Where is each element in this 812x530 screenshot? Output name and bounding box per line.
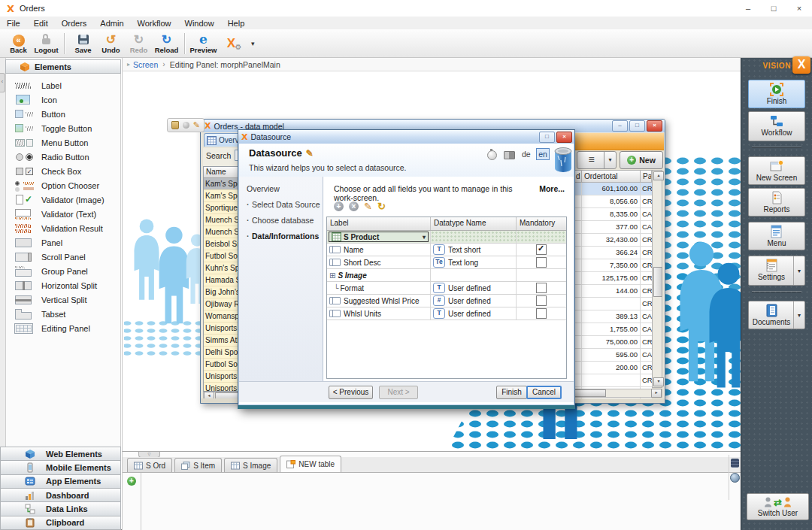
scroll-right-icon[interactable]: ▸ (651, 389, 662, 398)
column-header-label[interactable]: Label (327, 217, 431, 230)
new-record-button[interactable]: + New (620, 151, 663, 169)
list-menu-dropdown-arrow[interactable]: ▾ (604, 151, 617, 169)
field-row-suggested-whlsl-price[interactable]: Suggested Whlsl Price#User defined (327, 295, 566, 307)
palette-item-tabset[interactable]: Tabset (6, 307, 120, 321)
dropdown-arrow-icon[interactable]: ▾ (793, 256, 804, 285)
palette-item-horizontal-split[interactable]: Horizontal Split (6, 278, 120, 292)
column-header-ordertotal[interactable]: Ordertotal (582, 170, 641, 183)
table-select-dropdown[interactable]: S Product▾ (329, 232, 429, 242)
visionx-menu-button[interactable]: X⚙ (217, 37, 245, 50)
pencil-icon[interactable]: ✎ (193, 121, 200, 129)
palette-item-validator-text[interactable]: Validator (Text) (6, 207, 120, 221)
table-row[interactable]: 8,056.60CRE (573, 195, 652, 208)
table-row[interactable]: 125,175.00CRE (573, 272, 652, 285)
wizard-step-data-informations[interactable]: Data/Informations (239, 225, 323, 241)
table-row[interactable]: 75,000.00CRE (573, 336, 652, 349)
language-en-button[interactable]: en (536, 148, 550, 160)
mandatory-checkbox[interactable] (536, 308, 547, 319)
palette-item-validation-result[interactable]: Validation Result (6, 221, 120, 235)
database-stack-icon[interactable] (731, 459, 739, 468)
accordion-clipboard[interactable]: Clipboard (0, 516, 121, 530)
cancel-button[interactable]: Cancel (526, 386, 562, 399)
window-close-button[interactable]: × (647, 120, 662, 132)
menu-button[interactable]: Menu (748, 222, 805, 250)
palette-item-group-panel[interactable]: Group Panel (6, 264, 120, 278)
mandatory-checkbox[interactable] (536, 257, 547, 268)
table-row[interactable]: 389.13CAS (573, 310, 652, 323)
column-header-datatype[interactable]: Datatype Name (431, 217, 517, 230)
stopwatch-icon[interactable] (487, 150, 497, 160)
field-row-whlsl-units[interactable]: Whlsl UnitsTUser defined (327, 307, 566, 320)
accordion-data-links[interactable]: Data Links (0, 502, 121, 516)
palette-item-scroll-panel[interactable]: Scroll Panel (6, 250, 120, 264)
add-table-button[interactable]: + (127, 477, 136, 486)
accordion-dashboard[interactable]: Dashboard (0, 489, 121, 502)
table-row[interactable]: 366.24CRE (573, 247, 652, 259)
field-row-format[interactable]: └FormatTUser defined (327, 282, 566, 295)
table-row[interactable]: 7,350.00CRE (573, 259, 652, 272)
wizard-step-choose-database[interactable]: Choose database (239, 209, 323, 225)
bucket-icon[interactable] (171, 121, 179, 129)
redo-button[interactable]: ↻Redo (125, 33, 153, 54)
logout-button[interactable]: Logout (32, 33, 60, 54)
add-field-icon[interactable]: + (334, 201, 344, 211)
workflow-button[interactable]: Workflow (748, 111, 805, 141)
window-maximize-button[interactable]: □ (629, 120, 645, 132)
undo-button[interactable]: ↺Undo (97, 33, 125, 54)
close-button[interactable]: × (786, 0, 812, 17)
field-row-name[interactable]: NameTText short (327, 244, 566, 256)
menu-item-file[interactable]: File (0, 19, 27, 28)
menu-item-orders[interactable]: Orders (55, 19, 94, 28)
mandatory-checkbox[interactable] (536, 283, 547, 293)
table-row[interactable]: 200.00CRE (573, 362, 652, 374)
tab-new-table[interactable]: NEW table (280, 456, 341, 472)
field-row-short-desc[interactable]: Short DescTeText long (327, 256, 566, 269)
wizard-nav-heading[interactable]: Overview (239, 177, 323, 193)
settings-button[interactable]: Settings▾ (748, 256, 805, 286)
table-row[interactable]: CRE (573, 374, 652, 387)
menu-item-edit[interactable]: Edit (27, 19, 55, 28)
accordion-web-elements[interactable]: Web Elements (0, 447, 121, 461)
table-row[interactable]: 595.00CAS (573, 349, 652, 362)
list-menu-button[interactable]: ≡ (577, 151, 606, 169)
preview-button[interactable]: ePreview (189, 33, 217, 54)
globe-icon[interactable] (730, 473, 740, 483)
menu-item-workflow[interactable]: Workflow (131, 19, 178, 28)
new-screen-button[interactable]: New Screen (748, 156, 805, 185)
previous-button[interactable]: < Previous (329, 386, 373, 399)
window-minimize-button[interactable]: – (612, 120, 628, 132)
table-row[interactable]: CRE (573, 298, 652, 310)
visionx-logo-icon[interactable]: X (792, 56, 810, 74)
scrollbar-thumb[interactable] (653, 267, 662, 297)
elements-panel-header[interactable]: Elements (5, 59, 121, 74)
toolbar-dropdown-arrow-icon[interactable]: ▾ (251, 40, 255, 47)
dropdown-arrow-icon[interactable]: ▾ (793, 301, 804, 329)
palette-item-option-chooser[interactable]: Option Chooser (6, 178, 120, 192)
reports-button[interactable]: Reports (748, 188, 805, 217)
remove-field-icon[interactable]: × (349, 201, 359, 211)
palette-item-button[interactable]: Button (6, 107, 120, 121)
reload-button[interactable]: ↻Reload (153, 33, 180, 54)
field-row-s-product[interactable]: S Product▾ (327, 231, 566, 244)
tab-s-image[interactable]: S Image (224, 458, 277, 472)
palette-item-toggle-button[interactable]: Toggle Button (6, 121, 120, 135)
palette-item-panel[interactable]: Panel (6, 235, 120, 250)
tab-overview[interactable]: Overview (204, 133, 241, 147)
table-row[interactable]: 1,755.00CAS (573, 323, 652, 336)
sphere-icon[interactable] (183, 122, 189, 129)
accordion-mobile-elements[interactable]: Mobile Elements (0, 461, 121, 474)
finish-button[interactable]: Finish (496, 386, 527, 399)
flag-icon[interactable] (504, 151, 515, 159)
column-header-mandatory[interactable]: Mandatory (517, 217, 566, 230)
maximize-button[interactable]: □ (761, 0, 786, 17)
tab-s-ord[interactable]: S Ord (127, 458, 172, 472)
back-button[interactable]: «Back (5, 33, 32, 54)
tab-s-item[interactable]: S Item (174, 458, 222, 472)
menu-item-window[interactable]: Window (178, 19, 221, 28)
palette-item-validator-image[interactable]: Validator (Image) (6, 192, 120, 207)
minimize-button[interactable]: – (735, 0, 761, 17)
dialog-maximize-button[interactable]: □ (539, 132, 555, 143)
mandatory-checkbox[interactable] (536, 244, 547, 255)
table-row[interactable]: 32,430.00CRE (573, 234, 652, 247)
accordion-app-elements[interactable]: App Elements (0, 475, 121, 489)
